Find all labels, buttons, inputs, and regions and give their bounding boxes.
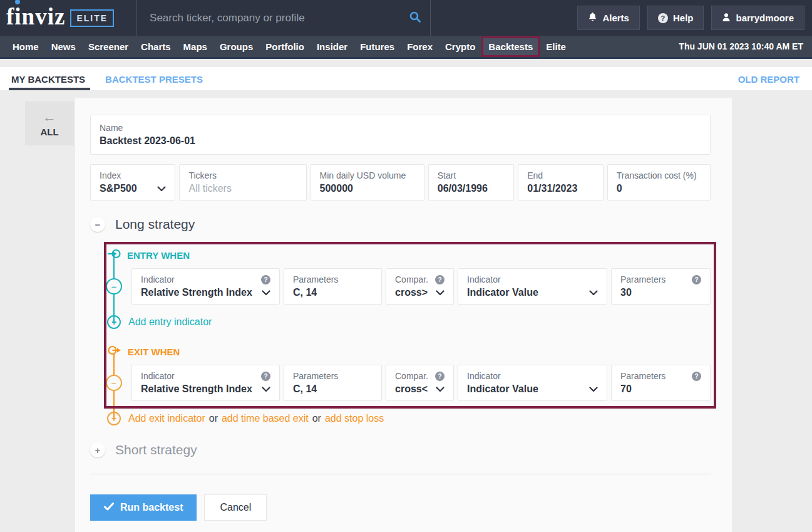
- or-text: or: [209, 413, 218, 424]
- nav-item-maps[interactable]: Maps: [177, 37, 213, 56]
- nav-item-crypto[interactable]: Crypto: [439, 37, 481, 56]
- help-icon[interactable]: ?: [435, 275, 445, 284]
- start-date-label: Start: [438, 170, 505, 180]
- entry-comparison-select[interactable]: Compar.? cross>: [386, 268, 454, 305]
- nav-item-news[interactable]: News: [45, 37, 82, 56]
- nav-item-futures[interactable]: Futures: [354, 37, 401, 56]
- name-field[interactable]: Name Backtest 2023-06-01: [90, 115, 711, 155]
- entry-comparison-label: Compar.: [395, 274, 428, 284]
- entry-indicator-select[interactable]: Indicator? Relative Strength Index: [131, 268, 280, 305]
- name-value[interactable]: Backtest 2023-06-01: [100, 135, 701, 147]
- run-backtest-button[interactable]: Run backtest: [90, 494, 197, 521]
- add-exit-indicator-link[interactable]: Add exit indicator: [128, 413, 205, 424]
- cancel-button[interactable]: Cancel: [204, 494, 267, 521]
- run-backtest-label: Run backtest: [120, 502, 183, 513]
- form-actions: Run backtest Cancel: [90, 494, 711, 521]
- nav-item-insider[interactable]: Insider: [311, 37, 354, 56]
- entry-parameters2-label: Parameters: [620, 274, 666, 284]
- back-to-all-label: ALL: [40, 127, 58, 137]
- user-menu-button[interactable]: barrydmoore: [711, 6, 804, 30]
- entry-indicator2-label: Indicator: [467, 274, 598, 284]
- help-icon[interactable]: ?: [692, 372, 701, 381]
- help-icon[interactable]: ?: [261, 372, 270, 381]
- entry-parameters-value[interactable]: C, 14: [293, 287, 373, 298]
- end-date-value[interactable]: 01/31/2023: [527, 183, 594, 194]
- entry-indicator2-value: Indicator Value: [467, 287, 538, 298]
- add-time-based-exit-link[interactable]: add time based exit: [222, 413, 309, 424]
- checkmark-icon: [104, 502, 114, 513]
- exit-indicator-select[interactable]: Indicator? Relative Strength Index: [131, 365, 280, 401]
- help-icon[interactable]: ?: [692, 275, 701, 284]
- exit-parameters-value[interactable]: C, 14: [293, 383, 373, 395]
- remove-exit-indicator-button[interactable]: −: [106, 375, 122, 391]
- add-stop-loss-link[interactable]: add stop loss: [325, 413, 384, 424]
- main-nav: Home News Screener Charts Maps Groups Po…: [0, 36, 812, 59]
- exit-parameters2-value[interactable]: 70: [620, 383, 701, 395]
- index-value: S&P500: [100, 183, 137, 194]
- exit-indicator2-select[interactable]: Indicator Indicator Value: [458, 365, 607, 401]
- section-divider: [90, 474, 711, 474]
- tickers-placeholder[interactable]: All tickers: [188, 183, 297, 194]
- min-volume-value[interactable]: 500000: [320, 183, 415, 194]
- chevron-down-icon: [589, 383, 598, 395]
- end-date-field[interactable]: End 01/31/2023: [518, 164, 603, 201]
- expand-short-strategy-button[interactable]: +: [90, 442, 105, 457]
- nav-item-portfolio[interactable]: Portfolio: [259, 37, 311, 56]
- end-date-label: End: [527, 170, 594, 180]
- exit-comparison-select[interactable]: Compar.? cross<: [386, 365, 454, 401]
- index-select[interactable]: Index S&P500: [90, 164, 175, 201]
- start-date-value[interactable]: 06/03/1996: [438, 183, 505, 194]
- transaction-cost-field[interactable]: Transaction cost (%) 0: [607, 164, 711, 201]
- entry-indicator-row: − Indicator? Relative Strength Index Par…: [108, 268, 711, 305]
- nav-item-elite[interactable]: Elite: [540, 37, 572, 56]
- exit-indicator-label: Indicator: [141, 371, 175, 381]
- exit-comparison-value: cross<: [395, 383, 428, 395]
- finviz-logo[interactable]: finviz: [5, 5, 69, 31]
- short-strategy-header: + Short strategy: [90, 442, 711, 457]
- entry-parameters-field[interactable]: Parameters C, 14: [284, 268, 382, 305]
- nav-item-forex[interactable]: Forex: [401, 37, 439, 56]
- nav-item-charts[interactable]: Charts: [135, 37, 177, 56]
- help-icon[interactable]: ?: [435, 372, 445, 381]
- min-volume-field[interactable]: Min daily USD volume 500000: [311, 164, 424, 201]
- username-label: barrydmoore: [736, 13, 794, 23]
- remove-entry-indicator-button[interactable]: −: [106, 278, 122, 295]
- entry-parameters2-value[interactable]: 30: [620, 287, 701, 298]
- chevron-down-icon: [262, 383, 270, 395]
- search-icon[interactable]: [409, 11, 421, 26]
- back-to-all-button[interactable]: ← ALL: [25, 102, 74, 145]
- entry-when-label: ENTRY WHEN: [127, 250, 190, 261]
- exit-parameters2-field[interactable]: Parameters? 70: [611, 365, 711, 401]
- index-label: Index: [100, 170, 166, 180]
- nav-item-home[interactable]: Home: [6, 37, 45, 56]
- nav-item-groups[interactable]: Groups: [213, 37, 259, 56]
- nav-item-screener[interactable]: Screener: [82, 37, 135, 56]
- exit-icon: [108, 344, 121, 359]
- entry-indicator-label: Indicator: [141, 274, 175, 284]
- entry-indicator2-select[interactable]: Indicator Indicator Value: [458, 268, 607, 305]
- collapse-long-strategy-button[interactable]: −: [90, 217, 105, 232]
- short-strategy-title: Short strategy: [115, 442, 197, 457]
- add-entry-indicator-link[interactable]: Add entry indicator: [128, 316, 212, 328]
- chevron-down-icon: [589, 287, 598, 298]
- exit-indicator-value: Relative Strength Index: [141, 383, 252, 395]
- tab-my-backtests[interactable]: MY BACKTESTS: [10, 68, 86, 90]
- entry-parameters2-field[interactable]: Parameters? 30: [611, 268, 711, 305]
- transaction-cost-value[interactable]: 0: [617, 183, 701, 194]
- tickers-field[interactable]: Tickers All tickers: [179, 164, 306, 201]
- tab-backtest-presets[interactable]: BACKTEST PRESETS: [104, 68, 204, 90]
- nav-item-backtests[interactable]: Backtests: [481, 36, 540, 57]
- help-icon[interactable]: ?: [261, 275, 270, 284]
- transaction-cost-label: Transaction cost (%): [617, 170, 701, 180]
- start-date-field[interactable]: Start 06/03/1996: [428, 164, 514, 201]
- exit-parameters-label: Parameters: [293, 371, 373, 381]
- old-report-link[interactable]: OLD REPORT: [736, 68, 802, 90]
- alerts-button[interactable]: Alerts: [577, 6, 640, 30]
- exit-parameters-field[interactable]: Parameters C, 14: [284, 365, 382, 401]
- search-input[interactable]: [150, 12, 409, 24]
- help-button[interactable]: ? Help: [647, 6, 704, 30]
- elite-badge: ELITE: [70, 9, 114, 27]
- exit-when-label: EXIT WHEN: [128, 347, 180, 357]
- exit-indicator2-label: Indicator: [467, 371, 598, 381]
- tickers-label: Tickers: [188, 170, 297, 180]
